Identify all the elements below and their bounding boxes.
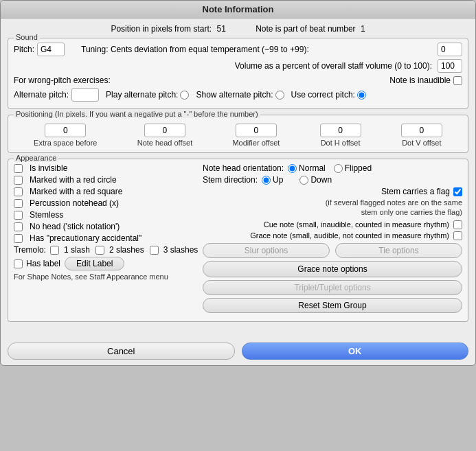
cancel-button[interactable]: Cancel xyxy=(8,343,235,360)
pitch-input[interactable] xyxy=(37,43,65,56)
volume-input[interactable] xyxy=(438,59,462,73)
inaudible-checkbox[interactable] xyxy=(453,76,462,85)
main-window: Note Information Position in pixels from… xyxy=(0,0,476,366)
volume-label: Volume as a percent of overall staff vol… xyxy=(14,61,435,71)
precautionary-row: Has "precautionary accidental" xyxy=(14,233,199,243)
slur-options-button[interactable]: Slur options xyxy=(203,243,330,258)
percussion-notehead-row: Percussion notehead (x) xyxy=(14,198,199,208)
red-square-checkbox[interactable] xyxy=(14,187,23,196)
appearance-section: Appearance Is invisible Marked with a re… xyxy=(8,159,468,322)
dot-h-offset-label: Dot H offset xyxy=(321,139,361,147)
grace-note-options-button[interactable]: Grace note options xyxy=(203,261,462,277)
show-alt-radio[interactable] xyxy=(275,91,284,100)
percussion-notehead-checkbox[interactable] xyxy=(14,199,23,208)
is-invisible-checkbox[interactable] xyxy=(14,164,23,173)
sound-section-label: Sound xyxy=(14,33,40,41)
dot-h-offset-input[interactable] xyxy=(320,124,361,137)
tie-options-button[interactable]: Tie options xyxy=(335,243,462,258)
wrong-pitch-label: For wrong-pitch exercises: xyxy=(14,76,111,85)
stem-flag-label: Stem carries a flag xyxy=(381,187,450,196)
red-circle-label: Marked with a red circle xyxy=(30,175,117,185)
normal-label: Normal xyxy=(299,163,326,173)
down-label: Down xyxy=(310,175,332,185)
flipped-label: Flipped xyxy=(345,163,372,173)
inaudible-label: Note is inaudible xyxy=(389,76,451,85)
stem-direction-label: Stem direction: xyxy=(203,175,258,185)
tremolo-2-label: 2 slashes xyxy=(109,245,144,255)
note-head-orientation-label: Note head orientation: xyxy=(203,163,284,173)
pitch-label: Pitch: xyxy=(14,45,34,54)
tuning-input[interactable] xyxy=(438,43,462,56)
grace-note-label: Grace note (small, audible, not counted … xyxy=(250,231,449,240)
extra-space-input[interactable] xyxy=(45,124,86,137)
dot-h-offset-field: Dot H offset xyxy=(320,124,361,147)
note-head-offset-input[interactable] xyxy=(144,124,185,137)
is-invisible-row: Is invisible xyxy=(14,163,199,173)
down-radio[interactable] xyxy=(299,176,308,185)
play-alt-label: Play alternate pitch: xyxy=(106,90,178,100)
no-head-checkbox[interactable] xyxy=(14,222,23,231)
dot-v-offset-input[interactable] xyxy=(401,124,442,137)
stemless-row: Stemless xyxy=(14,210,199,220)
extra-space-label: Extra space before xyxy=(34,139,97,147)
appearance-right-col: Note head orientation: Normal Flipped St… xyxy=(203,163,462,316)
cue-note-checkbox[interactable] xyxy=(453,220,462,229)
title-bar: Note Information xyxy=(1,1,475,19)
red-circle-checkbox[interactable] xyxy=(14,176,23,185)
tremolo-2-checkbox[interactable] xyxy=(95,246,104,255)
dot-v-offset-label: Dot V offset xyxy=(402,139,441,147)
stemless-label: Stemless xyxy=(30,210,63,220)
reset-stem-group-button[interactable]: Reset Stem Group xyxy=(203,298,462,313)
beat-value: 1 xyxy=(361,24,365,34)
tremolo-1-checkbox[interactable] xyxy=(50,246,59,255)
up-radio[interactable] xyxy=(262,176,271,185)
triplet-tuplet-button[interactable]: Triplet/Tuplet options xyxy=(203,280,462,295)
use-correct-radio[interactable] xyxy=(357,91,366,100)
alt-pitch-input[interactable] xyxy=(71,88,99,102)
show-alt-label: Show alternate pitch: xyxy=(196,90,273,100)
tremolo-3-label: 3 slashes xyxy=(163,245,199,255)
positioning-description: Positioning (In pixels. If you want a ne… xyxy=(14,110,260,118)
stemless-checkbox[interactable] xyxy=(14,211,23,220)
use-correct-label: Use correct pitch: xyxy=(291,90,355,100)
note-head-offset-field: Note head offset xyxy=(137,124,193,147)
note-head-orientation-row: Note head orientation: Normal Flipped xyxy=(203,163,462,173)
cue-note-row: Cue note (small, inaudible, counted in m… xyxy=(203,220,462,229)
position-label: Position in pixels from start: xyxy=(111,24,212,34)
pos-fields: Extra space before Note head offset Modi… xyxy=(14,124,462,147)
grace-note-checkbox[interactable] xyxy=(453,231,462,240)
position-value: 51 xyxy=(216,24,225,34)
no-head-label: No head ('stick notation') xyxy=(30,222,120,231)
has-label-checkbox[interactable] xyxy=(14,259,23,268)
appearance-left-col: Is invisible Marked with a red circle Ma… xyxy=(14,163,199,281)
ok-button[interactable]: OK xyxy=(242,343,469,360)
positioning-section: Positioning (In pixels. If you want a ne… xyxy=(8,115,468,153)
stem-direction-row: Stem direction: Up Down xyxy=(203,175,462,185)
cue-note-label: Cue note (small, inaudible, counted in m… xyxy=(264,220,449,229)
red-square-label: Marked with a red square xyxy=(30,187,122,196)
modifier-offset-input[interactable] xyxy=(236,124,277,137)
shape-notes-text: For Shape Notes, see Staff Appearance me… xyxy=(14,273,199,281)
tuning-label: Tuning: Cents deviation from equal tempe… xyxy=(81,45,435,54)
flipped-radio[interactable] xyxy=(334,164,343,173)
up-label: Up xyxy=(273,175,283,185)
no-head-row: No head ('stick notation') xyxy=(14,222,199,231)
has-label-row: Has label Edit Label xyxy=(14,257,199,270)
normal-radio[interactable] xyxy=(288,164,297,173)
precautionary-checkbox[interactable] xyxy=(14,234,23,243)
edit-label-button[interactable]: Edit Label xyxy=(65,257,124,270)
play-alt-radio[interactable] xyxy=(180,91,189,100)
alt-pitch-label: Alternate pitch: xyxy=(14,90,69,100)
tremolo-label: Tremolo: xyxy=(14,245,46,255)
tremolo-3-checkbox[interactable] xyxy=(150,246,159,255)
tremolo-1-label: 1 slash xyxy=(64,245,90,255)
stem-flag-checkbox[interactable] xyxy=(453,187,462,196)
percussion-notehead-label: Percussion notehead (x) xyxy=(30,198,119,208)
red-square-row: Marked with a red square xyxy=(14,187,199,196)
grace-note-row: Grace note (small, audible, not counted … xyxy=(203,231,462,240)
appearance-section-label: Appearance xyxy=(14,154,58,162)
is-invisible-label: Is invisible xyxy=(30,163,67,173)
sound-section: Sound Pitch: Tuning: Cents deviation fro… xyxy=(8,38,468,109)
stem-flag-row: Stem carries a flag xyxy=(203,187,462,196)
extra-space-field: Extra space before xyxy=(34,124,97,147)
